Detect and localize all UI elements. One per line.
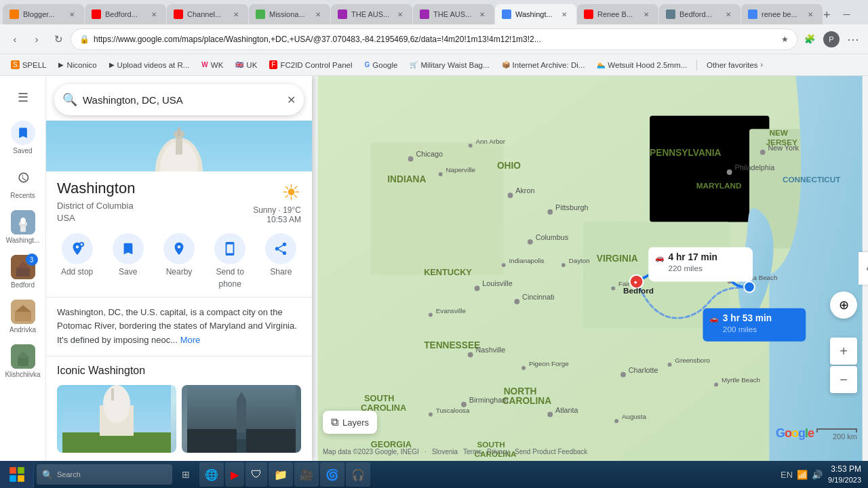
tab-close-renee-be[interactable]: ✕ — [805, 9, 816, 20]
search-section: 🔍 ✕ — [46, 76, 312, 121]
svg-rect-142 — [9, 467, 16, 474]
iconic-photo-2[interactable] — [182, 385, 301, 453]
taskbar-item-folder[interactable]: 📁 — [269, 462, 293, 487]
iconic-section: Iconic Washington — [46, 357, 312, 461]
maximize-button[interactable]: □ — [864, 4, 868, 24]
tab-close-mission[interactable]: ✕ — [313, 9, 323, 20]
sidebar-item-klishchiivka[interactable]: Klishchiivka — [3, 340, 43, 382]
share-button[interactable]: Share — [259, 233, 302, 289]
tab-favicon-bedford2 — [666, 9, 675, 19]
svg-text:Ann Arbor: Ann Arbor — [476, 138, 506, 145]
tab-bedford1[interactable]: Bedford... ✕ — [85, 4, 166, 24]
task-view-button[interactable]: ⊞ — [174, 464, 198, 485]
bookmark-internet-archive[interactable]: 📦 Internet Archive: Di... — [496, 57, 591, 73]
map-footer-terms[interactable]: Terms — [463, 448, 481, 455]
taskbar-item-ie[interactable]: 🌐 — [199, 462, 224, 487]
tab-renee-be[interactable]: renee be... ✕ — [741, 4, 823, 24]
sidebar-item-saved[interactable]: Saved — [3, 117, 43, 159]
bookmark-spell[interactable]: S SPELL — [5, 57, 52, 73]
map-area[interactable]: INDIANA OHIO PENNSYLVANIA NEW JERSEY KEN… — [312, 76, 868, 461]
svg-rect-53 — [111, 388, 114, 401]
tab-blogger[interactable]: Blogger... ✕ — [3, 4, 84, 24]
tab-bedford2[interactable]: Bedford... ✕ — [659, 4, 741, 24]
sidebar-item-andrivka[interactable]: Andrivka — [3, 296, 43, 338]
taskbar-item-obs[interactable]: 🎥 — [294, 462, 319, 487]
bookmark-google[interactable]: G Google — [359, 57, 403, 73]
map-footer-privacy[interactable]: Privacy — [487, 448, 509, 455]
place-name: Washington — [57, 180, 135, 197]
tab-label-the-aus1: THE AUS... — [351, 10, 391, 18]
bookmark-other-favorites[interactable]: Other favorites › — [701, 57, 768, 73]
collapse-sidebar-button[interactable]: ‹ — [859, 252, 868, 285]
bookmark-wk[interactable]: W WK — [196, 57, 229, 73]
bookmark-upload[interactable]: ▶ Upload videos at R... — [104, 57, 195, 73]
search-input[interactable] — [83, 94, 281, 106]
tab-close-washington[interactable]: ✕ — [559, 9, 570, 20]
task-view-icon: ⊞ — [182, 469, 190, 480]
tab-the-aus1[interactable]: THE AUS... ✕ — [331, 4, 412, 24]
tab-washington[interactable]: Washingt... ✕ — [495, 4, 576, 24]
washington-thumbnail — [11, 210, 35, 235]
profile-icon[interactable]: P — [822, 30, 841, 49]
tab-close-the-aus2[interactable]: ✕ — [477, 9, 488, 20]
tab-the-aus2[interactable]: THE AUS... ✕ — [413, 4, 494, 24]
tab-mission[interactable]: Missiona... ✕ — [249, 4, 330, 24]
minimize-button[interactable]: ─ — [831, 4, 863, 24]
tab-close-the-aus1[interactable]: ✕ — [395, 9, 406, 20]
svg-point-52 — [103, 385, 130, 423]
taskbar-item-media[interactable]: ▶ — [225, 462, 244, 487]
menu-icon[interactable]: ⋯ — [844, 30, 863, 49]
place-info-row: Washington District of Columbia USA ☀ Su… — [57, 180, 301, 224]
map-compass[interactable]: ⊕ — [830, 291, 857, 319]
map-footer-feedback[interactable]: Send Product Feedback — [515, 448, 587, 455]
taskbar-item-virus[interactable]: 🛡 — [245, 462, 267, 487]
sidebar-item-bedford[interactable]: Bedford 3 — [3, 251, 43, 293]
refresh-button[interactable]: ↻ — [49, 30, 68, 49]
tab-channel[interactable]: Channel... ✕ — [167, 4, 248, 24]
layers-button[interactable]: ⧉ Layers — [323, 411, 377, 434]
tab-close-bedford2[interactable]: ✕ — [723, 9, 734, 20]
edge-icon: 🌀 — [326, 468, 339, 481]
svg-text:OHIO: OHIO — [497, 161, 521, 171]
bookmark-label-uk: UK — [246, 61, 257, 69]
bookmarks-bar: S SPELL ▶ Niconico ▶ Upload videos at R.… — [0, 54, 868, 76]
map-footer-slovenia[interactable]: Slovenia — [432, 448, 458, 455]
read-more-link[interactable]: More — [180, 335, 201, 345]
taskbar-item-audio[interactable]: 🎧 — [346, 462, 370, 487]
tab-close-blogger[interactable]: ✕ — [66, 9, 77, 20]
bookmark-niconico[interactable]: ▶ Niconico — [53, 57, 102, 73]
add-stop-button[interactable]: Add stop — [56, 233, 99, 289]
sidebar-item-washington[interactable]: Washingt... — [3, 206, 43, 248]
search-input-wrapper[interactable]: 🔍 ✕ — [54, 84, 304, 115]
sidebar-item-recents[interactable]: Recents — [3, 161, 43, 203]
tab-close-renee-b[interactable]: ✕ — [641, 9, 652, 20]
bookmark-wetsuit[interactable]: 🏊 Wetsuit Hood 2.5mm... — [591, 57, 692, 73]
taskbar-item-edge[interactable]: 🌀 — [320, 462, 344, 487]
iconic-photo-1[interactable] — [57, 385, 176, 453]
search-clear-icon[interactable]: ✕ — [287, 94, 296, 106]
back-button[interactable]: ‹ — [5, 30, 24, 49]
tab-renee-b[interactable]: Renee B... ✕ — [577, 4, 658, 24]
bookmark-military[interactable]: 🛒 Military Waist Bag... — [404, 57, 494, 73]
tab-close-bedford1[interactable]: ✕ — [149, 9, 159, 20]
zoom-in-button[interactable]: + — [830, 338, 857, 365]
send-to-phone-button[interactable]: Send to phone — [208, 233, 252, 289]
bookmark-label-military: Military Waist Bag... — [420, 61, 489, 69]
svg-text:200 miles: 200 miles — [723, 325, 757, 333]
weather-section: ☀ Sunny · 19°C 10:53 AM — [253, 180, 301, 224]
bookmark-uk[interactable]: 🇬🇧 UK — [230, 57, 262, 73]
sidebar-item-menu[interactable]: ☰ — [3, 81, 43, 114]
tab-close-channel[interactable]: ✕ — [231, 9, 241, 20]
nearby-button[interactable]: Nearby — [157, 233, 201, 289]
zoom-out-button[interactable]: − — [830, 366, 857, 393]
save-button[interactable]: Save — [106, 233, 150, 289]
taskbar-search[interactable]: 🔍 Search — [37, 464, 172, 485]
forward-button[interactable]: › — [27, 30, 46, 49]
start-button[interactable] — [0, 461, 34, 488]
new-tab-button[interactable]: + — [823, 5, 831, 24]
bookmark-fc2id[interactable]: F FC2ID Control Panel — [264, 57, 357, 73]
svg-text:Atlanta: Atlanta — [555, 406, 578, 414]
address-bar[interactable]: 🔒 https://www.google.com/maps/place/Wash… — [71, 28, 797, 50]
share-icon — [265, 233, 296, 264]
extensions-icon[interactable]: 🧩 — [800, 30, 819, 49]
